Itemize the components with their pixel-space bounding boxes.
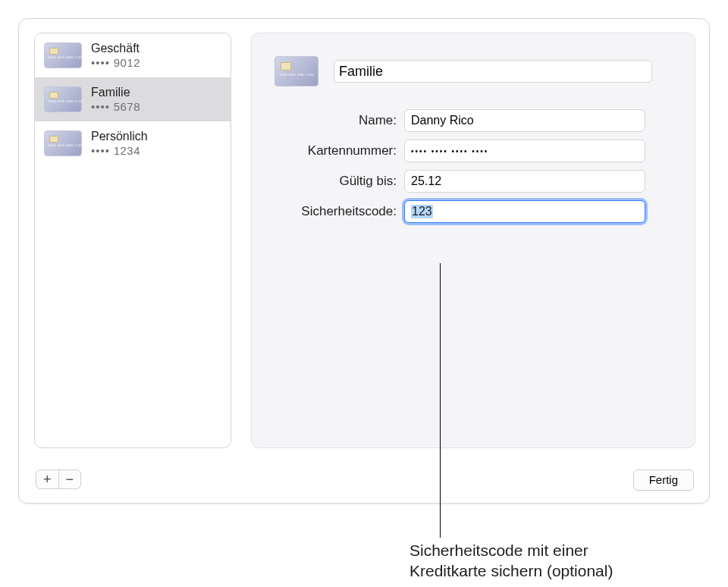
card-item-last4: •••• 1234 — [91, 144, 148, 157]
card-item-geschaeft[interactable]: Geschäft •••• 9012 — [35, 33, 231, 77]
remove-card-button[interactable]: − — [59, 470, 81, 488]
annotation-leader-line — [440, 263, 441, 538]
card-title-input[interactable] — [334, 60, 652, 83]
card-list-sidebar: Geschäft •••• 9012 Familie •••• 5678 Per… — [34, 33, 231, 448]
card-item-last4: •••• 9012 — [91, 56, 140, 69]
add-card-button[interactable]: + — [36, 470, 59, 488]
row-expiry: Gültig bis: — [270, 170, 676, 193]
row-name: Name: — [270, 109, 676, 132]
card-item-label: Familie — [91, 86, 140, 99]
card-item-label: Geschäft — [91, 42, 140, 55]
card-item-familie[interactable]: Familie •••• 5678 — [35, 77, 231, 121]
card-item-last4: •••• 5678 — [91, 100, 140, 113]
card-item-persoenlich[interactable]: Persönlich •••• 1234 — [35, 121, 231, 165]
security-code-value: 123 — [411, 205, 433, 218]
input-name[interactable] — [404, 109, 645, 132]
credit-card-icon — [44, 86, 82, 112]
card-item-label: Persönlich — [91, 130, 148, 143]
label-expiry: Gültig bis: — [270, 174, 397, 189]
row-security-code: Sicherheitscode: 123 — [270, 200, 676, 223]
label-security-code: Sicherheitscode: — [270, 204, 397, 219]
add-remove-toolbar: + − — [36, 469, 81, 489]
annotation-text: Sicherheitscode mit einer Kreditkarte si… — [410, 540, 713, 582]
credit-card-icon — [44, 42, 82, 68]
credit-card-icon — [275, 56, 318, 86]
input-security-code[interactable]: 123 — [404, 200, 645, 223]
card-detail-panel: Name: Kartennummer: Gültig bis: Sicherhe… — [251, 33, 695, 448]
credit-card-icon — [44, 130, 82, 156]
input-expiry[interactable] — [404, 170, 645, 193]
input-card-number[interactable] — [404, 140, 645, 162]
credit-card-settings-window: Geschäft •••• 9012 Familie •••• 5678 Per… — [18, 18, 710, 504]
label-card-number: Kartennummer: — [270, 143, 397, 159]
card-title-row — [275, 56, 676, 86]
row-card-number: Kartennummer: — [270, 140, 676, 162]
label-name: Name: — [270, 113, 397, 128]
done-button[interactable]: Fertig — [633, 469, 694, 491]
